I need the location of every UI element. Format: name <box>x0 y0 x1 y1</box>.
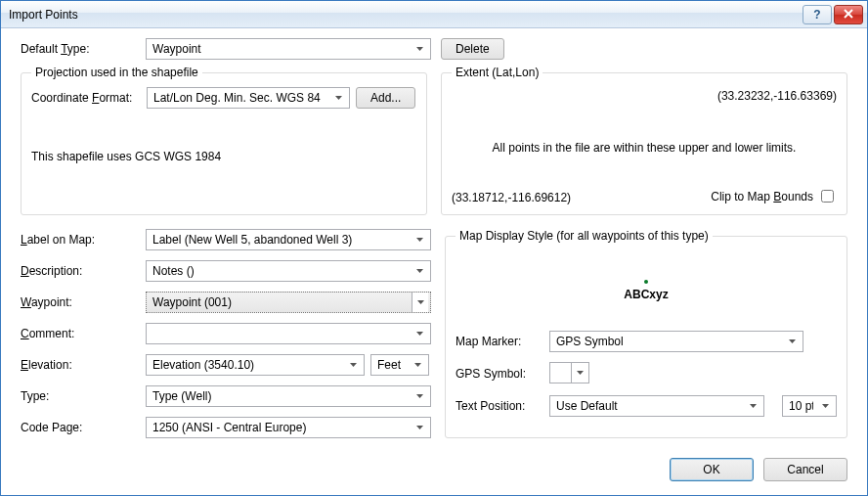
text-position-combo[interactable]: Use Default <box>549 395 764 417</box>
extent-lower: (33.18712,-116.69612) <box>452 191 571 204</box>
chevron-down-icon <box>330 89 347 107</box>
clip-bounds-label: Clip to Map Bounds <box>711 190 813 203</box>
codepage-label: Code Page: <box>21 421 146 434</box>
projection-group: Projection used in the shapefile Coordin… <box>21 66 427 215</box>
display-preview: ABCxyz <box>456 250 837 331</box>
display-style-legend: Map Display Style (for all waypoints of … <box>456 229 713 243</box>
chevron-down-icon <box>412 293 428 312</box>
extent-message: All points in the file are within these … <box>452 141 837 155</box>
coord-format-value: Lat/Lon Deg. Min. Sec. WGS 84 <box>153 91 326 105</box>
chevron-down-icon <box>345 356 362 374</box>
extent-upper: (33.23232,-116.63369) <box>717 89 837 103</box>
type-combo[interactable]: Type (Well) <box>146 385 431 407</box>
description-combo[interactable]: Notes () <box>146 260 431 282</box>
projection-note: This shapefile uses GCS WGS 1984 <box>31 150 416 163</box>
description-label: Description: <box>21 264 146 278</box>
close-button[interactable] <box>834 5 863 24</box>
chevron-down-icon <box>410 356 426 374</box>
codepage-combo[interactable]: 1250 (ANSI - Central Europe) <box>146 417 431 438</box>
elevation-combo[interactable]: Elevation (3540.10) <box>146 354 365 376</box>
default-type-value: Waypoint <box>152 42 408 56</box>
chevron-down-icon <box>412 231 428 248</box>
type-label: Type: <box>21 389 146 403</box>
extent-group: Extent (Lat,Lon) (33.23232,-116.63369) A… <box>441 66 847 215</box>
text-position-label: Text Position: <box>456 399 543 413</box>
add-button[interactable]: Add... <box>356 87 415 109</box>
coord-format-label: Coordinate Format: <box>31 91 147 105</box>
chevron-down-icon <box>572 363 588 383</box>
ok-button[interactable]: OK <box>670 458 754 481</box>
label-on-map-label: Label on Map: <box>21 233 146 247</box>
display-sample-text: ABCxyz <box>624 288 668 301</box>
comment-combo[interactable] <box>146 323 431 344</box>
display-style-group: Map Display Style (for all waypoints of … <box>445 229 847 438</box>
chevron-down-icon <box>412 262 428 280</box>
help-icon: ? <box>813 8 820 22</box>
elevation-label: Elevation: <box>21 358 146 372</box>
default-type-label: Default Type: <box>21 42 146 56</box>
help-button[interactable]: ? <box>803 5 832 24</box>
projection-legend: Projection used in the shapefile <box>31 66 202 79</box>
default-type-combo[interactable]: Waypoint <box>146 38 431 60</box>
chevron-down-icon <box>817 397 834 415</box>
window-controls: ? <box>803 5 863 24</box>
cancel-button[interactable]: Cancel <box>763 458 847 481</box>
coord-format-combo[interactable]: Lat/Lon Deg. Min. Sec. WGS 84 <box>147 87 350 109</box>
field-mapping-grid: Label on Map: Label (New Well 5, abandon… <box>21 229 431 438</box>
import-points-dialog: Import Points ? Default Type: Waypoint D… <box>0 0 868 496</box>
waypoint-label: Waypoint: <box>21 295 146 309</box>
clip-bounds-checkbox[interactable] <box>821 190 834 203</box>
comment-label: Comment: <box>21 327 146 340</box>
gps-symbol-swatch <box>550 363 572 383</box>
close-icon <box>844 8 853 21</box>
map-marker-combo[interactable]: GPS Symbol <box>549 331 803 352</box>
elevation-unit-combo[interactable]: Feet <box>370 354 429 376</box>
titlebar: Import Points ? <box>1 1 867 28</box>
chevron-down-icon <box>412 40 428 58</box>
chevron-down-icon <box>745 397 761 415</box>
gps-symbol-label: GPS Symbol: <box>456 367 543 381</box>
label-on-map-combo[interactable]: Label (New Well 5, abandoned Well 3) <box>146 229 431 250</box>
font-size-combo[interactable]: 10 pt <box>782 395 837 417</box>
marker-dot-icon <box>644 280 648 284</box>
waypoint-combo[interactable]: Waypoint (001) <box>146 292 431 313</box>
chevron-down-icon <box>412 387 428 405</box>
chevron-down-icon <box>412 419 428 436</box>
chevron-down-icon <box>412 325 428 342</box>
extent-legend: Extent (Lat,Lon) <box>452 66 542 79</box>
chevron-down-icon <box>784 333 801 350</box>
map-marker-label: Map Marker: <box>456 335 543 348</box>
gps-symbol-combo[interactable] <box>549 362 589 383</box>
delete-button[interactable]: Delete <box>441 38 504 60</box>
dialog-buttons: OK Cancel <box>1 448 867 495</box>
window-title: Import Points <box>9 8 803 22</box>
